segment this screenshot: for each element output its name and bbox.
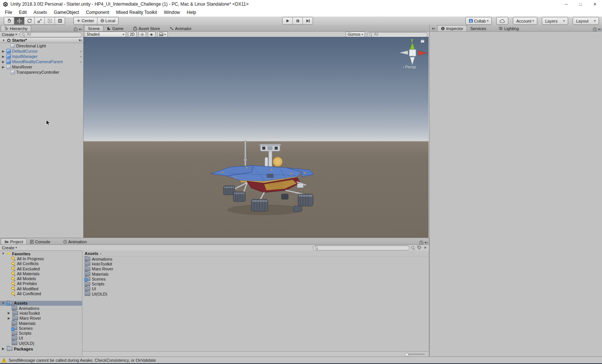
foldout-icon[interactable]: ▶ (7, 311, 11, 315)
panel-menu-icon[interactable]: ▾≡ (79, 27, 82, 31)
tab-animator[interactable]: Animator (166, 26, 195, 31)
gizmos-dropdown[interactable]: Gizmos ▾ (346, 32, 365, 37)
scale-tool-button[interactable] (35, 17, 45, 24)
tab-animation[interactable]: Animation (60, 239, 90, 244)
favorite-all-prefabs[interactable]: All Prefabs (0, 281, 82, 286)
asset-item-materials[interactable]: Materials (82, 271, 429, 276)
tree-item-mars-rover[interactable]: ▶ Mars Rover (0, 316, 82, 321)
favorite-all-conflicted[interactable]: All Conflicted (0, 291, 82, 296)
panel-menu-icon[interactable]: ▾≡ (598, 27, 601, 31)
menu-assets[interactable]: Assets (30, 8, 50, 17)
asset-item-scripts[interactable]: Scripts (82, 281, 429, 286)
foldout-icon[interactable]: ▶ (1, 65, 5, 69)
play-button[interactable] (283, 17, 293, 24)
breadcrumb-root[interactable]: Assets (85, 251, 98, 256)
tree-item-ui[interactable]: UI (0, 336, 82, 341)
foldout-icon[interactable]: ▶ (1, 50, 5, 53)
asset-item-holotoolkit[interactable]: HoloToolkit (82, 261, 429, 266)
favorite-all-models[interactable]: All Models (0, 276, 82, 281)
statusbar[interactable]: SendMessage cannot be called during Awak… (0, 356, 602, 364)
project-search-input[interactable] (313, 245, 410, 250)
scene-gizmo-lock-icon[interactable] (421, 40, 424, 43)
save-search-icon[interactable]: ★ (423, 246, 427, 250)
panel-menu-icon[interactable]: ▾≡ (432, 27, 435, 30)
scene-search-input[interactable]: All (367, 32, 428, 37)
tab-lighting[interactable]: Lighting (496, 26, 522, 31)
mars-rover-model[interactable] (208, 138, 321, 220)
lock-icon[interactable] (74, 28, 78, 31)
move-tool-button[interactable] (14, 17, 24, 24)
search-by-type-icon[interactable] (412, 246, 416, 250)
hierarchy-create-button[interactable]: Create ▾ (1, 32, 18, 37)
asset-item-animations[interactable]: Animations (82, 256, 429, 261)
account-button[interactable]: Account ▾ (513, 17, 537, 24)
close-button[interactable]: ✕ (588, 0, 602, 8)
favorites-header[interactable]: ▼ ★ Favorites (0, 251, 82, 256)
scene-viewport[interactable]: y x ‹ Persp (84, 37, 429, 238)
tree-item-assets-root[interactable]: ▼ Assets (0, 301, 82, 306)
hierarchy-search-input[interactable]: All (20, 32, 82, 37)
tab-inspector[interactable]: Inspector (437, 25, 467, 31)
foldout-icon[interactable]: ▼ (1, 302, 5, 305)
lock-icon[interactable] (593, 28, 597, 31)
tab-asset-store[interactable]: Asset Store (130, 26, 163, 31)
slider-knob[interactable] (405, 353, 409, 356)
favorite-all-conflicts[interactable]: All Conflicts (0, 261, 82, 266)
tree-item-scripts[interactable]: Scripts (0, 331, 82, 335)
step-button[interactable] (303, 17, 313, 24)
hierarchy-item-inputmanager[interactable]: ▶ InputManager › (0, 54, 83, 59)
tree-item-materials[interactable]: Materials (0, 321, 82, 326)
foldout-icon[interactable]: ▶ (7, 317, 11, 320)
hierarchy-item-directional-light[interactable]: Directional Light (0, 43, 83, 49)
foldout-icon[interactable]: ▶ (1, 55, 5, 58)
favorite-all-in-progress[interactable]: All In Progress (0, 256, 82, 261)
menu-window[interactable]: Window (161, 8, 184, 17)
layout-dropdown[interactable]: Layout ▾ (573, 17, 599, 24)
tab-console[interactable]: Console (27, 239, 53, 244)
panel-menu-icon[interactable]: ▾≡ (424, 241, 427, 244)
prefab-chevron-icon[interactable]: › (80, 55, 82, 59)
space-toggle-button[interactable]: Local (97, 17, 118, 24)
pause-button[interactable] (293, 17, 303, 24)
scene-orientation-gizmo[interactable]: y x (395, 38, 429, 75)
menu-file[interactable]: File (2, 8, 15, 17)
layers-dropdown[interactable]: Layers ▾ (542, 17, 568, 24)
hierarchy-item-mixedrealitycameraparent[interactable]: ▶ MixedRealityCameraParent › (0, 59, 83, 64)
menu-mixed-reality-toolkit[interactable]: Mixed Reality Toolkit (112, 8, 160, 17)
prefab-chevron-icon[interactable]: › (80, 49, 82, 53)
tree-item-ui-old[interactable]: UI(OLD) (0, 341, 82, 346)
tree-item-animations[interactable]: Animations (0, 306, 82, 311)
scene-lighting-toggle[interactable] (138, 32, 146, 37)
tab-services[interactable]: Services (467, 26, 490, 31)
prefab-chevron-icon[interactable]: › (80, 60, 82, 64)
favorite-all-materials[interactable]: All Materials (0, 271, 82, 276)
tab-hierarchy[interactable]: Hierarchy (1, 25, 31, 31)
tree-item-holotoolkit[interactable]: ▶ HoloToolkit (0, 311, 82, 315)
search-by-label-icon[interactable] (417, 246, 421, 250)
shading-mode-dropdown[interactable]: Shaded ▾ (85, 32, 126, 37)
cloud-button[interactable] (497, 17, 508, 24)
transform-tool-button[interactable] (55, 17, 65, 24)
tab-game[interactable]: Game (103, 26, 127, 31)
tab-scene[interactable]: Scene (84, 25, 103, 31)
scene-effects-dropdown[interactable]: ▾ (157, 32, 168, 37)
2d-toggle-button[interactable]: 2D (128, 32, 137, 37)
tree-item-scenes[interactable]: Scenes (0, 326, 82, 331)
foldout-icon[interactable]: ▼ (1, 252, 5, 255)
maximize-button[interactable]: □ (573, 0, 588, 8)
menu-gameobject[interactable]: GameObject (50, 8, 82, 17)
rect-tool-button[interactable] (45, 17, 55, 24)
hierarchy-item-defaultcursor[interactable]: ▶ DefaultCursor › (0, 49, 83, 54)
foldout-icon[interactable]: ▶ (1, 347, 5, 350)
scene-header-row[interactable]: ▼ Starter* ▾≡ (0, 38, 83, 43)
asset-item-ui[interactable]: UI (82, 287, 429, 291)
minimize-button[interactable]: ─ (559, 0, 573, 8)
thumbnail-zoom-slider[interactable] (405, 354, 425, 355)
foldout-icon[interactable]: ▶ (1, 60, 5, 64)
collab-button[interactable]: Collab ▾ (466, 17, 491, 24)
favorite-all-excluded[interactable]: All Excluded (0, 266, 82, 271)
hand-tool-button[interactable] (4, 17, 14, 24)
hierarchy-item-marsrover[interactable]: ▶ MarsRover (0, 64, 83, 70)
scene-menu-icon[interactable]: ▾≡ (79, 38, 82, 42)
projection-mode-label[interactable]: ‹ Persp (403, 65, 416, 69)
